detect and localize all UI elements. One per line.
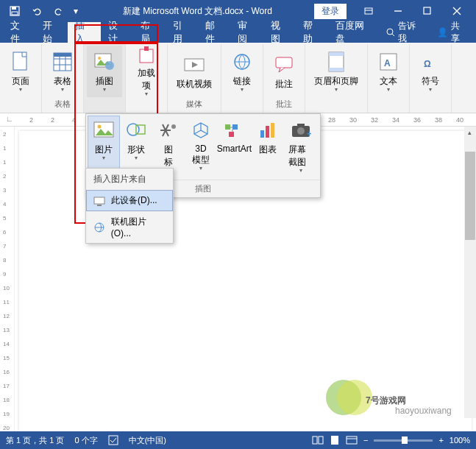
group-label-media: 媒体	[186, 97, 202, 111]
table-button[interactable]: 表格▾	[45, 46, 80, 97]
scroll-up-arrow[interactable]: ▴	[464, 127, 475, 138]
tab-view[interactable]: 视图	[263, 22, 296, 43]
share-button[interactable]: 👤共享	[430, 22, 473, 43]
language-status[interactable]: 中文(中国)	[129, 435, 166, 446]
symbol-button[interactable]: Ω 符号▾	[413, 46, 448, 97]
table-icon	[51, 50, 74, 74]
tab-layout[interactable]: 布局	[133, 22, 166, 43]
links-button[interactable]: 链接▾	[224, 46, 260, 97]
word-count[interactable]: 0 个字	[74, 435, 97, 446]
tab-design[interactable]: 设计	[101, 22, 133, 43]
device-icon	[93, 195, 105, 207]
zoom-out[interactable]: −	[363, 436, 368, 445]
read-mode-icon[interactable]	[312, 436, 324, 445]
svg-rect-32	[266, 126, 269, 138]
svg-rect-28	[225, 124, 230, 130]
svg-rect-8	[54, 53, 71, 57]
svg-rect-19	[329, 68, 344, 71]
undo-button[interactable]	[26, 1, 47, 21]
tab-help[interactable]: 帮助	[296, 22, 328, 43]
scroll-thumb[interactable]	[465, 152, 475, 240]
svg-text:+: +	[307, 129, 311, 138]
save-button[interactable]	[4, 1, 25, 21]
link-icon	[230, 50, 254, 74]
page-status[interactable]: 第 1 页，共 1 页	[6, 435, 64, 446]
svg-rect-18	[329, 52, 344, 56]
svg-rect-46	[313, 436, 317, 444]
spell-check-icon[interactable]	[108, 435, 118, 445]
symbol-icon: Ω	[419, 50, 442, 74]
zoom-level[interactable]: 100%	[450, 436, 470, 445]
tab-home[interactable]: 开始	[35, 22, 68, 43]
smartart-icon	[222, 119, 246, 142]
svg-point-27	[171, 124, 176, 129]
header-footer-icon	[324, 50, 348, 74]
addin-icon	[135, 46, 158, 66]
svg-rect-4	[424, 7, 430, 14]
shapes-icon	[124, 119, 148, 142]
svg-rect-26	[136, 125, 145, 134]
3d-models-button[interactable]: 3D 模型▾	[185, 116, 217, 177]
comment-button[interactable]: 批注	[266, 46, 302, 97]
header-footer-button[interactable]: 页眉和页脚▾	[308, 46, 364, 97]
svg-point-35	[297, 127, 305, 135]
globe-icon	[93, 222, 105, 233]
tab-insert[interactable]: 插入	[68, 22, 100, 43]
tell-me[interactable]: 告诉我	[378, 22, 430, 43]
cube-icon	[189, 119, 213, 142]
tab-file[interactable]: 文件	[3, 22, 35, 43]
close-button[interactable]	[442, 0, 472, 22]
maximize-button[interactable]	[413, 0, 442, 22]
svg-point-5	[387, 29, 393, 35]
addins-button[interactable]: 加载 项▾	[129, 46, 164, 97]
text-button[interactable]: A 文本▾	[371, 46, 406, 97]
camera-icon: +	[289, 119, 313, 142]
chart-button[interactable]: 图表	[252, 116, 284, 177]
zoom-in[interactable]: +	[438, 436, 443, 445]
svg-rect-39	[97, 205, 102, 206]
svg-text:Ω: Ω	[424, 59, 431, 69]
online-pictures-item[interactable]: 联机图片(O)...	[86, 211, 173, 243]
picture-icon	[92, 119, 116, 142]
login-button[interactable]: 登录	[314, 4, 347, 19]
svg-rect-12	[140, 49, 153, 63]
pages-button[interactable]: 页面▾	[3, 46, 38, 97]
statusbar: 第 1 页，共 1 页 0 个字 中文(中国) − + 100%	[0, 431, 476, 449]
illustrations-icon	[93, 50, 116, 74]
svg-rect-33	[271, 123, 274, 138]
icons-icon	[157, 119, 180, 142]
smartart-button[interactable]: SmartArt	[217, 116, 252, 177]
print-layout-icon[interactable]	[330, 435, 340, 445]
tab-baidu[interactable]: 百度网盘	[328, 22, 378, 43]
svg-rect-49	[347, 436, 357, 444]
ribbon: 页面▾ 表格▾ 表格 插图▾ 加载 项▾ 联机视频 媒体 链接▾	[0, 43, 476, 113]
insert-picture-from-menu: 插入图片来自 此设备(D)... 联机图片(O)...	[85, 168, 174, 244]
this-device-item[interactable]: 此设备(D)...	[86, 190, 173, 211]
vertical-scrollbar[interactable]: ▴	[464, 127, 476, 418]
text-icon: A	[377, 50, 400, 74]
ribbon-tabs: 文件 开始 插入 设计 布局 引用 邮件 审阅 视图 帮助 百度网盘 告诉我 👤…	[0, 22, 476, 43]
chart-icon	[256, 119, 280, 142]
redo-button[interactable]	[49, 1, 69, 21]
vertical-ruler[interactable]: 211234567891011121314151617181920	[0, 127, 15, 436]
screenshot-button[interactable]: + 屏幕截图▾	[284, 116, 319, 177]
svg-rect-48	[331, 436, 338, 445]
svg-point-24	[98, 125, 102, 129]
tab-review[interactable]: 审阅	[230, 22, 263, 43]
svg-rect-6	[13, 52, 26, 70]
svg-rect-31	[260, 130, 264, 138]
online-video-button[interactable]: 联机视频	[171, 46, 218, 97]
zoom-slider[interactable]	[374, 439, 433, 442]
svg-rect-1	[12, 7, 16, 10]
submenu-header: 插入图片来自	[86, 169, 173, 190]
tab-mailings[interactable]: 邮件	[198, 22, 230, 43]
illustrations-button[interactable]: 插图▾	[87, 46, 122, 97]
tab-references[interactable]: 引用	[166, 22, 198, 43]
svg-rect-30	[229, 132, 234, 137]
web-layout-icon[interactable]	[346, 436, 358, 445]
minimize-button[interactable]	[383, 0, 413, 22]
qat-customize[interactable]: ▾	[71, 1, 81, 21]
svg-rect-45	[109, 436, 118, 445]
svg-rect-3	[365, 8, 372, 14]
page-icon	[9, 50, 32, 74]
